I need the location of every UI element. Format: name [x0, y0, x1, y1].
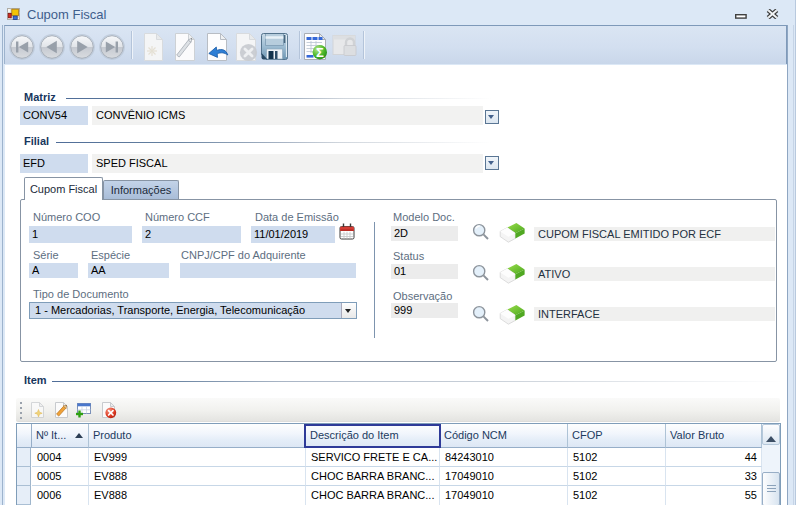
svg-text:Σ: Σ	[316, 45, 324, 60]
